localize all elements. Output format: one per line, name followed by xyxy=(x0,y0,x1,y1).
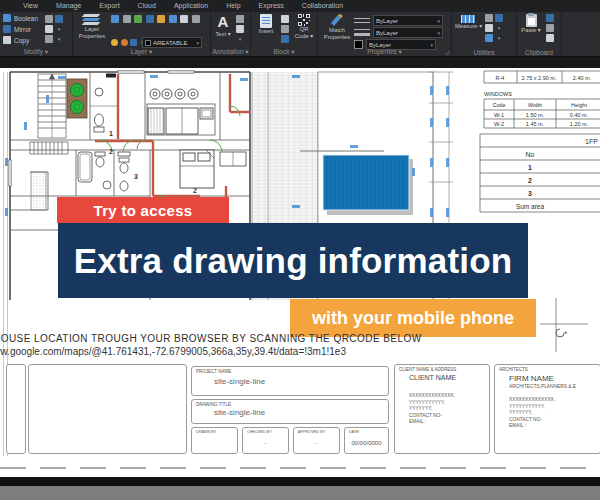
qr-code-button[interactable]: QR Code ▾ xyxy=(293,14,315,40)
svg-text:3: 3 xyxy=(528,190,532,197)
layer-tool-icon[interactable] xyxy=(134,15,142,23)
cut-icon[interactable] xyxy=(546,24,554,32)
layer-properties-button[interactable]: Layer Properties xyxy=(77,14,107,40)
titleblock-drawn-box: DRAWN BY xyxy=(191,427,238,454)
layer-select-dropdown[interactable]: AREATABLE ▾ xyxy=(142,37,202,48)
text-button[interactable]: A Text ▾ xyxy=(213,13,233,38)
utilities-tool-cluster[interactable]: ▾ ▾ xyxy=(484,13,504,43)
menu-view[interactable]: View xyxy=(14,0,47,12)
modify-tool-cluster[interactable]: ▾ ▾ xyxy=(44,14,64,44)
chevron-down-icon[interactable]: ▾ xyxy=(58,36,61,42)
qr-code-icon xyxy=(298,14,310,26)
svg-text:2.40 m.: 2.40 m. xyxy=(573,75,592,81)
menu-collaboration[interactable]: Collaboration xyxy=(293,0,352,12)
panel-layer-label[interactable]: Layer ▾ xyxy=(73,48,210,56)
menu-manage[interactable]: Manage xyxy=(47,0,90,12)
paste-special-icon[interactable] xyxy=(546,34,554,42)
drawing-title-label: DRAWING TITLE xyxy=(196,402,231,407)
modify-tool-icon[interactable] xyxy=(45,15,53,23)
mirror-label: Mirror xyxy=(14,26,31,33)
layer-on-bulb-icon[interactable] xyxy=(111,39,118,46)
lineweight-value: ByLayer xyxy=(376,30,435,36)
chevron-down-icon[interactable]: ▾ xyxy=(498,35,501,41)
room-label: 3 xyxy=(134,173,138,180)
insert-label: Insert xyxy=(254,28,278,35)
lineweight-preview-icon xyxy=(354,29,370,36)
layer-lock-icon[interactable] xyxy=(130,39,137,46)
copy-clip-icon[interactable] xyxy=(546,14,554,22)
orange-walls xyxy=(95,74,250,210)
layer-tool-icon[interactable] xyxy=(192,15,200,23)
windows-schedule-table: WINDOWS Code Width Height W-1 1.50 m. 0.… xyxy=(484,91,600,128)
menu-export[interactable]: Export xyxy=(90,0,128,12)
menu-cloud[interactable]: Cloud xyxy=(129,0,165,12)
modify-tool-icon[interactable] xyxy=(55,15,63,23)
layer-tool-icon[interactable] xyxy=(111,15,119,23)
chevron-down-icon: ▾ xyxy=(437,18,440,24)
client-address-lines: XXXXXXXXXXXXXX, YYYYYYYYYYY, YYYYYYY, CO… xyxy=(409,393,455,426)
dimension-icon[interactable] xyxy=(236,25,244,33)
menu-express[interactable]: Express xyxy=(250,0,293,12)
panel-utilities: Measure ▾ ▾ ▾ Utilities xyxy=(452,12,517,56)
measure-button[interactable]: Measure ▾ xyxy=(455,15,481,30)
panel-layer: Layer Properties ✓ AREATABLE ▾ Layer ▾ xyxy=(73,12,211,56)
panel-utilities-label[interactable]: Utilities xyxy=(452,49,516,56)
cad-application-window: View Manage Export Cloud Application Hel… xyxy=(0,0,600,500)
lineweight-dropdown[interactable]: ByLayer ▾ xyxy=(373,27,443,38)
clipboard-tool-cluster[interactable] xyxy=(545,13,555,43)
text-button-label: Text ▾ xyxy=(213,31,233,38)
layer-tool-icon[interactable] xyxy=(180,15,188,23)
id-point-icon[interactable] xyxy=(485,14,493,22)
block-sync-icon[interactable] xyxy=(281,35,289,43)
quick-calc-icon[interactable] xyxy=(485,24,493,32)
qr-label: QR xyxy=(293,26,315,33)
svg-text:1: 1 xyxy=(528,164,532,171)
date-label: DATE: xyxy=(349,430,360,434)
bathroom-mid-fixtures xyxy=(78,152,111,189)
block-attr-icon[interactable] xyxy=(281,25,289,33)
room-label: 2 xyxy=(193,187,197,194)
layer-tool-icon[interactable] xyxy=(123,15,131,23)
modify-tool-icon[interactable] xyxy=(45,35,53,43)
block-edit-icon[interactable] xyxy=(281,15,289,23)
layer-tool-icon[interactable] xyxy=(146,15,154,23)
svg-text:Height: Height xyxy=(571,102,587,108)
paste-button[interactable]: Paste ▾ xyxy=(520,14,542,34)
modify-tool-icon[interactable] xyxy=(45,25,53,33)
drawing-canvas[interactable]: 1 2 3 2 xyxy=(0,68,600,477)
block-tool-cluster[interactable] xyxy=(280,14,290,44)
panel-block-label[interactable]: Block ▾ xyxy=(251,48,317,56)
insert-button[interactable]: Insert xyxy=(254,14,278,35)
layer-properties-label2: Properties xyxy=(77,33,107,40)
point-style-icon[interactable] xyxy=(485,34,493,42)
mirror-icon xyxy=(3,25,11,33)
chevron-down-icon[interactable]: ▾ xyxy=(498,25,501,31)
menu-application[interactable]: Application xyxy=(165,0,217,12)
layer-tool-icon[interactable] xyxy=(157,15,165,23)
layer-tool-icon[interactable] xyxy=(169,15,177,23)
menu-help[interactable]: Help xyxy=(217,0,249,12)
copy-button[interactable]: Copy xyxy=(3,36,29,44)
chevron-down-icon[interactable]: ▾ xyxy=(58,26,61,32)
door-schedule-row: R-4 2.75 x 2.90 m. 2.40 m. xyxy=(484,71,600,83)
layer-state-toolbar[interactable] xyxy=(111,15,200,23)
panel-clipboard-label[interactable]: Clipboard xyxy=(517,49,561,56)
leader-icon[interactable] xyxy=(236,15,244,23)
annotation-tool-cluster[interactable]: ▾ xyxy=(235,14,245,44)
plant-icon xyxy=(71,101,84,114)
mirror-button[interactable]: Mirror xyxy=(3,25,31,33)
pantry-hatch xyxy=(31,172,46,210)
layer-freeze-icon[interactable] xyxy=(121,39,128,46)
linetype-dropdown[interactable]: ByLayer ▾ xyxy=(373,15,443,26)
panel-clipboard: Paste ▾ Clipboard xyxy=(517,12,562,56)
panel-modify-label[interactable]: Modify ▾ xyxy=(0,48,72,56)
kitchen-fixtures xyxy=(147,89,215,135)
match-properties-button[interactable]: Match Properties xyxy=(322,14,352,41)
area-table-header: 1FP xyxy=(585,138,598,145)
chevron-down-icon[interactable]: ▾ xyxy=(239,36,242,42)
panel-annotation-label[interactable]: Annotation ▾ xyxy=(211,48,250,56)
panel-properties-label[interactable]: Properties ▾ xyxy=(318,48,451,56)
boolean-button[interactable]: Boolean xyxy=(3,14,38,22)
panel-annotation: A Text ▾ ▾ Annotation ▾ xyxy=(211,12,251,56)
quick-select-icon[interactable] xyxy=(495,14,503,22)
